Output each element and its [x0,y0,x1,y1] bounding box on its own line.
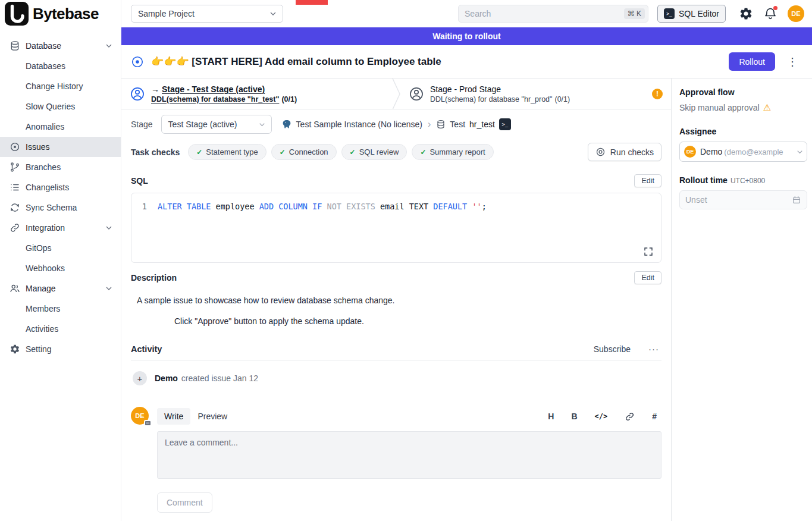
sql-token: employee [211,202,259,211]
assignee-label: Assignee [679,127,807,136]
sidebar-item-members[interactable]: Members [0,299,121,319]
task-check-connection[interactable]: ✓Connection [271,144,337,160]
comment-input[interactable] [157,431,661,479]
search-input[interactable] [465,9,624,18]
sidebar-item-issues[interactable]: Issues [0,137,121,157]
branch-icon [10,162,20,172]
task-check-summary-report[interactable]: ✓Summary report [412,144,493,160]
bytebase-logo-icon [5,2,29,26]
brand-logo[interactable]: Bytebase [0,0,121,27]
instance-name[interactable]: Test Sample Instance (No license) [296,120,422,129]
topbar: Sample Project ⌘ K >_ SQL Editor DE [121,0,812,27]
warning-triangle-icon: ⚠ [763,102,771,113]
sidebar-item-slow-queries[interactable]: Slow Queries [0,96,121,117]
current-stage-arrow-icon: → [151,84,159,94]
sql-statement: ALTER TABLE employee ADD COLUMN IF NOT E… [158,200,487,212]
stage-select[interactable]: Test Stage (active) [161,115,272,134]
project-select[interactable]: Sample Project [131,5,283,23]
sql-token [308,202,312,211]
status-banner-text: Waiting to rollout [432,32,501,41]
environment-name[interactable]: Test [450,120,465,129]
more-menu-icon[interactable]: ⋮ [782,55,802,68]
comment-button[interactable]: Comment [157,492,212,513]
issue-side-panel: Approval flow Skip manual approval ⚠ Ass… [671,79,812,521]
description-text: A sample issue to showcase how to review… [137,296,661,305]
sidebar-item-sync-schema[interactable]: Sync Schema [0,197,121,218]
sql-token: IF [312,202,322,211]
hash-icon[interactable]: # [652,412,657,421]
app-window: Bytebase Database Databases Change Histo… [0,0,812,521]
database-name[interactable]: hr_test [469,120,495,129]
tab-preview[interactable]: Preview [190,408,234,425]
sql-editor-button[interactable]: >_ SQL Editor [657,5,726,23]
warning-icon: ! [652,89,663,99]
bold-icon[interactable]: B [571,412,577,421]
user-avatar[interactable]: DE [788,5,804,22]
rollout-button[interactable]: Rollout [729,52,775,71]
sidebar-item-branches[interactable]: Branches [0,157,121,177]
breadcrumb-separator: › [427,119,432,130]
task-checks-label: Task checks [131,147,180,157]
activity-section: Activity Subscribe ··· + Demo created is… [121,344,671,513]
heading-icon[interactable]: H [548,412,554,421]
assignee-select[interactable]: DE Demo (demo@example [679,142,807,162]
task-check-sql-review[interactable]: ✓SQL review [341,144,407,160]
sql-edit-button[interactable]: Edit [634,174,661,187]
sidebar-item-setting[interactable]: Setting [0,339,121,359]
sql-token: ; [482,202,487,211]
task-checks-row: Task checks ✓Statement type ✓Connection … [121,139,671,167]
postgresql-icon [281,119,292,130]
user-avatar: DE••• [131,407,149,425]
integration-icon [10,222,20,233]
sync-icon [10,202,20,213]
sidebar-item-anomalies[interactable]: Anomalies [0,117,121,137]
sidebar-item-change-history[interactable]: Change History [0,76,121,96]
activity-user: Demo [155,374,178,383]
bell-icon[interactable] [763,7,777,21]
sidebar-nav: Database Databases Change History Slow Q… [0,27,121,359]
issues-icon [10,142,20,152]
link-icon[interactable] [625,412,635,422]
stage-task: DDL(schema) for database "hr_test"(0/1) [151,95,297,103]
sidebar-item-manage[interactable]: Manage [0,278,121,299]
issue-title: 👉👉👉 [START HERE] Add email column to Emp… [151,55,722,68]
sidebar-item-webhooks[interactable]: Webhooks [0,258,121,278]
tab-write[interactable]: Write [157,408,190,425]
stage-pipeline: →Stage - Test Stage (active) DDL(schema)… [121,79,671,109]
sql-token: email TEXT [375,202,434,211]
expand-icon[interactable] [643,246,654,257]
description-edit-button[interactable]: Edit [634,271,661,284]
comment-bubble-icon: ••• [144,420,152,426]
sidebar-item-databases[interactable]: Databases [0,56,121,76]
sidebar-item-activities[interactable]: Activities [0,319,121,339]
comment-editor: DE••• Write Preview H B </> # [131,407,661,513]
chevron-down-icon [795,147,804,156]
open-sql-editor-icon[interactable]: >_ [499,118,511,130]
sidebar-item-integration[interactable]: Integration [0,218,121,238]
search-box[interactable]: ⌘ K [458,5,648,23]
activity-item-text: Demo created issue Jan 12 [155,374,258,383]
rollout-time-input[interactable]: Unset [679,190,807,209]
sql-code-editor[interactable]: 1 ALTER TABLE employee ADD COLUMN IF NOT… [131,193,661,263]
sidebar-item-database[interactable]: Database [0,36,121,56]
code-icon[interactable]: </> [595,412,608,420]
sidebar-item-gitops[interactable]: GitOps [0,238,121,258]
description-label: Description [131,273,177,283]
gear-icon[interactable] [739,7,753,21]
stage-select-value: Test Stage (active) [168,120,237,129]
stage-card-test[interactable]: →Stage - Test Stage (active) DDL(schema)… [121,79,392,109]
changelist-icon [10,182,20,193]
database-icon [10,40,20,51]
sql-label: SQL [131,176,148,186]
activity-menu-icon[interactable]: ··· [646,344,661,354]
run-checks-button[interactable]: Run checks [588,143,661,161]
rollout-time-label: Rollout timeUTC+0800 [679,175,807,185]
people-icon [10,283,20,294]
task-check-statement-type[interactable]: ✓Statement type [188,144,267,160]
chevron-down-icon [258,120,267,129]
issue-status-icon [131,55,144,68]
sidebar-item-changelists[interactable]: Changelists [0,177,121,197]
subscribe-button[interactable]: Subscribe [594,344,631,354]
stage-card-prod[interactable]: Stage - Prod Stage DDL(schema) for datab… [400,79,671,109]
sql-code-line: 1 ALTER TABLE employee ADD COLUMN IF NOT… [131,200,661,212]
